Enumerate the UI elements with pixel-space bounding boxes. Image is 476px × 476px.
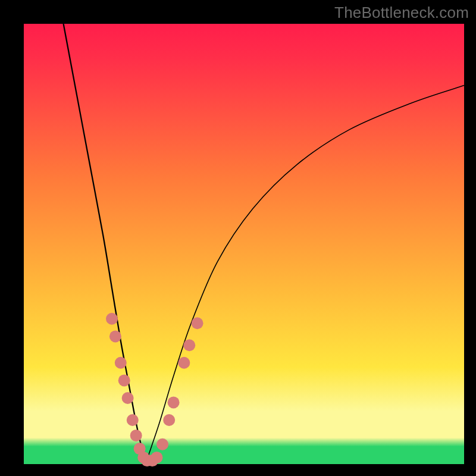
plot-area bbox=[24, 24, 464, 464]
data-dot bbox=[168, 396, 180, 408]
curve-right-branch bbox=[146, 86, 464, 462]
data-dot bbox=[130, 430, 142, 441]
data-dot bbox=[115, 357, 127, 369]
data-dot bbox=[109, 330, 121, 342]
data-dot bbox=[178, 357, 190, 369]
data-dot bbox=[156, 439, 168, 450]
data-dot bbox=[192, 317, 203, 329]
data-dot bbox=[127, 414, 139, 426]
data-dots bbox=[106, 313, 203, 466]
data-dot bbox=[163, 414, 175, 426]
data-dot bbox=[106, 313, 118, 325]
data-dot bbox=[118, 374, 130, 386]
chart-stage: TheBottleneck.com bbox=[0, 0, 476, 476]
curve-left-branch bbox=[64, 24, 146, 462]
data-dot bbox=[183, 339, 195, 351]
data-dot bbox=[122, 392, 134, 404]
data-dot bbox=[151, 452, 162, 464]
watermark-text: TheBottleneck.com bbox=[334, 4, 469, 22]
curve-layer bbox=[24, 24, 464, 464]
